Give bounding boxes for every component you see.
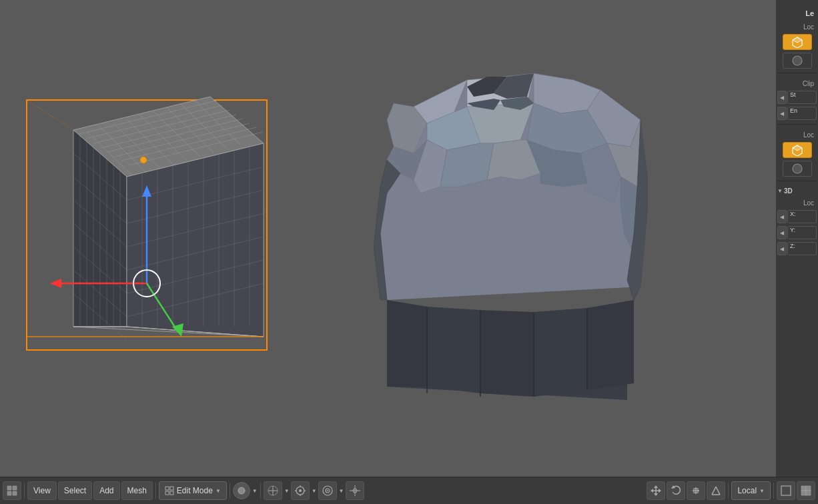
- svg-marker-102: [793, 145, 802, 151]
- svg-point-117: [299, 489, 302, 492]
- z-arrow-btn[interactable]: ◀: [777, 242, 787, 255]
- start-field[interactable]: St: [787, 91, 817, 104]
- 3d-label: 3D: [784, 187, 793, 195]
- svg-rect-111: [170, 491, 173, 495]
- end-row: ◀ En: [777, 107, 817, 120]
- svg-point-53: [140, 157, 147, 163]
- svg-marker-99: [793, 37, 802, 43]
- loc-label-1: Loc: [803, 23, 814, 31]
- svg-rect-105: [13, 486, 17, 490]
- x-arrow-btn[interactable]: ◀: [777, 210, 787, 223]
- right-panel: Le Loc Clip ◀ St ◀ En Loc: [776, 0, 818, 477]
- mesh-btn[interactable]: Mesh: [121, 481, 153, 500]
- move-tool-btn[interactable]: [647, 481, 665, 500]
- svg-rect-142: [801, 486, 806, 491]
- snap-btn[interactable]: [291, 481, 310, 500]
- x-row: ◀ X:: [777, 210, 817, 223]
- canvas-area: [0, 0, 776, 477]
- svg-marker-134: [671, 485, 675, 489]
- svg-line-139: [716, 487, 720, 495]
- svg-marker-131: [654, 493, 658, 496]
- edit-mode-icon: [165, 486, 174, 495]
- sep-4: [260, 483, 261, 499]
- y-arrow-btn[interactable]: ◀: [777, 226, 787, 239]
- snap-dropdown-arrow: ▼: [312, 488, 317, 494]
- mode-toggle-btn[interactable]: [3, 481, 21, 500]
- start-row: ◀ St: [777, 91, 817, 104]
- cursor-btn[interactable]: [346, 481, 364, 500]
- svg-line-138: [712, 487, 716, 495]
- svg-rect-145: [806, 491, 811, 495]
- select-btn[interactable]: Select: [58, 481, 92, 500]
- svg-rect-104: [7, 486, 11, 490]
- edit-mode-label: Edit Mode: [177, 486, 213, 495]
- sphere-icon-btn-2[interactable]: [783, 161, 812, 177]
- svg-rect-109: [170, 487, 173, 490]
- sep-5: [728, 483, 729, 499]
- scale-tool-btn[interactable]: [687, 481, 705, 500]
- 3d-viewport[interactable]: [0, 0, 776, 477]
- wireframe-btn[interactable]: [777, 481, 795, 500]
- svg-point-100: [793, 56, 802, 65]
- transform-tool-btn[interactable]: [707, 481, 725, 500]
- svg-marker-91: [480, 310, 534, 397]
- z-row: ◀ Z:: [777, 242, 817, 255]
- svg-marker-92: [534, 308, 587, 397]
- proportional-dropdown-arrow: ▼: [339, 488, 344, 494]
- local-label: Local: [737, 486, 757, 495]
- local-dropdown-arrow: ▼: [759, 488, 765, 494]
- 3d-section-header: ▼ 3D: [777, 187, 817, 195]
- svg-marker-132: [651, 489, 653, 493]
- local-dropdown[interactable]: Local ▼: [731, 481, 771, 500]
- svg-rect-144: [801, 491, 806, 495]
- y-field[interactable]: Y:: [787, 226, 817, 239]
- sep-2: [155, 483, 156, 499]
- svg-point-112: [238, 487, 245, 494]
- svg-marker-90: [427, 307, 480, 393]
- sep-3: [230, 483, 230, 499]
- proportional-edit-btn[interactable]: [318, 481, 337, 500]
- cube-icon-active-btn[interactable]: [783, 34, 812, 50]
- svg-point-103: [793, 164, 802, 173]
- rotate-tool-btn[interactable]: [667, 481, 685, 500]
- svg-marker-93: [587, 300, 634, 390]
- svg-marker-89: [387, 300, 427, 387]
- svg-marker-78: [440, 143, 494, 187]
- x-field[interactable]: X:: [787, 210, 817, 223]
- start-arrow-btn[interactable]: ◀: [777, 91, 787, 104]
- section-view-label: Le: [805, 9, 814, 17]
- divider-1: [777, 73, 817, 73]
- edit-mode-arrow: ▼: [216, 488, 221, 494]
- svg-rect-108: [165, 487, 169, 490]
- svg-rect-141: [781, 486, 791, 495]
- solid-btn[interactable]: [797, 481, 815, 500]
- view-btn[interactable]: View: [27, 481, 57, 500]
- y-row: ◀ Y:: [777, 226, 817, 239]
- clip-label: Clip: [803, 80, 814, 87]
- svg-rect-107: [13, 491, 17, 495]
- bottom-toolbar: View Select Add Mesh Edit Mode ▼ ▼ ▼: [0, 477, 818, 504]
- divider-2: [777, 124, 817, 125]
- end-field[interactable]: En: [787, 107, 817, 120]
- orientation-btn[interactable]: [264, 481, 282, 500]
- vertex-select-btn[interactable]: [233, 482, 250, 499]
- cube-icon-active-btn-2[interactable]: [783, 142, 812, 158]
- add-btn[interactable]: Add: [93, 481, 119, 500]
- loc-label-3: Loc: [803, 199, 814, 207]
- triangle-icon-3d: ▼: [777, 188, 783, 194]
- svg-marker-130: [654, 485, 658, 488]
- svg-point-124: [327, 490, 328, 491]
- vertex-dropdown-arrow: ▼: [252, 488, 258, 494]
- sep-1: [24, 483, 25, 499]
- svg-rect-106: [7, 491, 11, 495]
- sep-6: [773, 483, 774, 499]
- orientation-dropdown-arrow: ▼: [284, 488, 290, 494]
- edit-mode-dropdown[interactable]: Edit Mode ▼: [159, 481, 227, 500]
- svg-rect-143: [806, 486, 811, 491]
- z-field[interactable]: Z:: [787, 242, 817, 255]
- svg-rect-110: [165, 491, 169, 495]
- svg-marker-133: [659, 489, 661, 493]
- divider-3: [777, 181, 817, 181]
- end-arrow-btn[interactable]: ◀: [777, 107, 787, 120]
- sphere-icon-btn[interactable]: [783, 53, 812, 69]
